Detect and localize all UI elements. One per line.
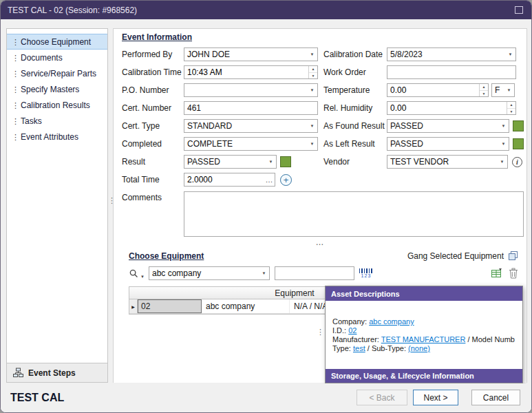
sidebar-item-calibration-results[interactable]: ⋮ Calibration Results (7, 97, 107, 113)
equipment-grid-options-icon[interactable] (491, 268, 502, 279)
maximize-button[interactable] (515, 6, 523, 14)
equipment-id-cell[interactable]: 02 (138, 299, 202, 313)
event-steps-group-header[interactable]: Event Steps (7, 363, 107, 382)
chevron-down-icon[interactable]: ▼ (498, 142, 509, 146)
temperature-value[interactable] (387, 84, 479, 96)
titlebar[interactable]: TEST CAL - 02 (Session: #968562) (1, 1, 531, 19)
equipment-column-header[interactable]: Equipment (260, 288, 329, 298)
calibration-date-combo[interactable]: 5/8/2023 ▼ (387, 47, 516, 61)
vendor-combo[interactable]: TEST VENDOR ▼ (387, 155, 508, 169)
cert-number-input[interactable] (184, 101, 318, 115)
spinner-up-icon[interactable]: ▲ (480, 84, 488, 91)
calibration-date-label: Calibration Date (323, 50, 387, 59)
grip-dots-icon: ⋮ (12, 39, 16, 45)
equipment-company-value: abc company (149, 268, 259, 278)
temperature-spinner[interactable]: ▲ ▼ (479, 84, 488, 96)
barcode-scan-icon[interactable]: 123 (359, 268, 373, 279)
sidebar-item-documents[interactable]: ⋮ Documents (7, 50, 107, 65)
subtype-link[interactable]: (none) (408, 344, 430, 352)
rel-humidity-value[interactable] (387, 102, 507, 114)
humidity-spinner[interactable]: ▲ ▼ (507, 102, 515, 114)
comments-input[interactable] (184, 191, 524, 237)
chevron-down-icon[interactable]: ▼ (307, 52, 317, 56)
temperature-label: Temperature (323, 85, 387, 95)
vendor-info-icon[interactable]: i (512, 157, 522, 167)
sidebar-item-label: Calibration Results (21, 100, 90, 110)
sidebar-item-label: Event Attributes (21, 132, 78, 142)
search-options-caret-icon[interactable]: ▼ (140, 275, 145, 279)
chevron-down-icon[interactable]: ▼ (497, 160, 507, 164)
performed-by-value: JOHN DOE (184, 50, 307, 59)
chevron-down-icon[interactable]: ▼ (307, 88, 317, 92)
collapse-handle[interactable]: … (114, 239, 526, 248)
type-label: Type: (332, 344, 351, 352)
chevron-down-icon[interactable]: ▼ (505, 52, 515, 56)
equipment-search-input[interactable] (275, 266, 354, 280)
vendor-label: Vendor (323, 157, 387, 167)
splitter-handle[interactable]: ⋮ (108, 198, 113, 204)
sidebar-item-label: Choose Equipment (21, 37, 91, 47)
cert-type-combo[interactable]: STANDARD ▼ (184, 119, 318, 133)
manufacturer-link[interactable]: TEST MANUFACTURER (381, 335, 466, 343)
ellipsis-button[interactable]: … (264, 176, 275, 184)
total-time-input[interactable]: … (184, 173, 275, 187)
vendor-value: TEST VENDOR (387, 157, 497, 167)
temperature-input[interactable]: ▲ ▼ (387, 83, 489, 97)
add-time-button[interactable]: + (280, 174, 292, 186)
equipment-company-combo[interactable]: abc company ▼ (149, 266, 270, 280)
po-number-label: P.O. Number (122, 85, 184, 95)
sidebar-item-event-attributes[interactable]: ⋮ Event Attributes (7, 129, 107, 145)
cancel-button[interactable]: Cancel (471, 390, 520, 405)
sidebar-item-label: Service/Repair Parts (21, 69, 96, 78)
company-link[interactable]: abc company (369, 317, 414, 326)
as-left-status-indicator (513, 138, 524, 149)
time-spinner[interactable]: ▲ ▼ (308, 66, 317, 78)
sidebar-item-service-repair-parts[interactable]: ⋮ Service/Repair Parts (7, 65, 107, 81)
type-link[interactable]: test (353, 344, 365, 352)
completed-combo[interactable]: COMPLETE ▼ (184, 137, 318, 151)
chevron-down-icon[interactable]: ▼ (266, 160, 276, 164)
chevron-down-icon[interactable]: ▼ (259, 271, 269, 275)
result-status-indicator (280, 156, 291, 167)
completed-value: COMPLETE (184, 139, 307, 149)
spinner-up-icon[interactable]: ▲ (309, 66, 317, 73)
grip-dots-icon: ⋮ (12, 102, 16, 109)
row-selector-icon[interactable]: ▶ (129, 299, 138, 313)
grip-dots-icon: ⋮ (12, 70, 16, 77)
temperature-unit-combo[interactable]: F ▼ (491, 83, 515, 97)
spinner-down-icon[interactable]: ▼ (309, 73, 317, 79)
spinner-down-icon[interactable]: ▼ (480, 91, 488, 97)
chevron-down-icon[interactable]: ▼ (307, 124, 317, 128)
result-combo[interactable]: PASSED ▼ (184, 155, 277, 169)
chevron-down-icon[interactable]: ▼ (504, 88, 514, 92)
spinner-down-icon[interactable]: ▼ (507, 109, 515, 115)
calibration-time-input[interactable]: ▲ ▼ (184, 65, 318, 79)
sidebar-item-tasks[interactable]: ⋮ Tasks (7, 113, 107, 129)
performed-by-combo[interactable]: JOHN DOE ▼ (184, 47, 318, 61)
chevron-down-icon[interactable]: ▼ (498, 124, 509, 128)
panel-resize-handle[interactable]: ⋮ (317, 329, 324, 335)
sidebar-item-choose-equipment[interactable]: ⋮ Choose Equipment (7, 34, 107, 50)
work-order-input[interactable] (387, 65, 516, 79)
rel-humidity-input[interactable]: ▲ ▼ (387, 101, 516, 115)
spinner-up-icon[interactable]: ▲ (507, 102, 515, 109)
org-chart-icon (13, 368, 23, 378)
as-left-result-value: PASSED (387, 139, 498, 149)
search-icon[interactable]: ▼ (129, 268, 145, 279)
back-button[interactable]: < Back (357, 390, 407, 405)
event-steps-sidebar: ⋮ Choose Equipment ⋮ Documents ⋮ Service… (6, 28, 108, 383)
equipment-company-cell[interactable]: abc company (202, 299, 290, 313)
gang-equipment-icon[interactable] (508, 251, 518, 261)
cert-type-value: STANDARD (184, 121, 307, 131)
as-found-result-value: PASSED (387, 121, 498, 131)
chevron-down-icon[interactable]: ▼ (307, 142, 317, 146)
sidebar-item-specify-masters[interactable]: ⋮ Specify Masters (7, 81, 107, 97)
id-link[interactable]: 02 (348, 326, 357, 335)
next-button[interactable]: Next > (413, 390, 458, 405)
as-found-result-combo[interactable]: PASSED ▼ (387, 119, 509, 133)
po-number-combo[interactable]: ▼ (184, 83, 318, 97)
delete-equipment-icon[interactable] (509, 268, 518, 279)
calibration-time-value[interactable] (184, 66, 308, 78)
total-time-value[interactable] (184, 175, 264, 184)
as-left-result-combo[interactable]: PASSED ▼ (387, 137, 509, 151)
